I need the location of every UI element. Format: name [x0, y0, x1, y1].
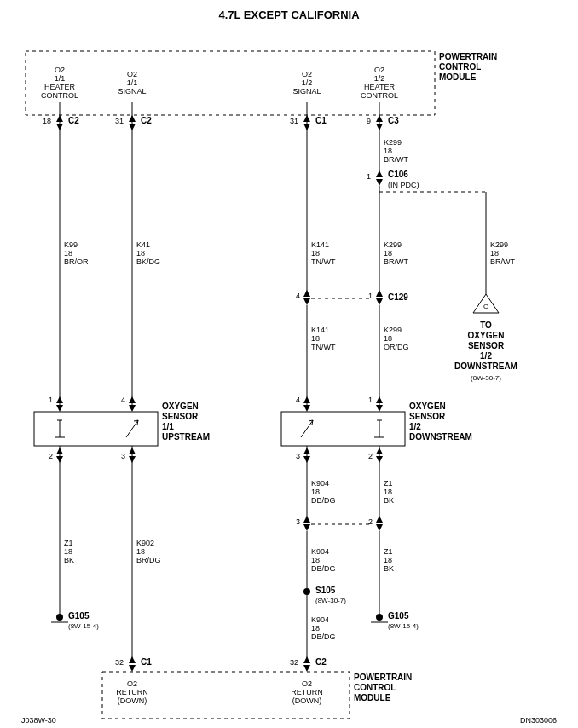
- svg-text:1: 1: [368, 292, 373, 300]
- svg-text:1/2: 1/2: [480, 351, 492, 361]
- wire-col3c-color: DB/DG: [311, 496, 336, 505]
- svg-marker-79: [303, 516, 310, 523]
- svg-text:32: 32: [290, 658, 298, 667]
- svg-marker-50: [129, 396, 136, 403]
- svg-text:SIGNAL: SIGNAL: [292, 87, 321, 95]
- svg-text:1/2: 1/2: [409, 422, 421, 431]
- svg-text:C1: C1: [141, 657, 152, 667]
- sensor-right-label: OXYGEN SENSOR 1/2 DOWNSTREAM: [409, 402, 472, 442]
- wire-col5-gauge: 18: [490, 249, 499, 257]
- svg-text:HEATER: HEATER: [364, 83, 395, 91]
- wire-col4a-color: BR/WT: [384, 155, 408, 164]
- pcm-top-label-2: CONTROL: [439, 62, 481, 72]
- pin-col2-bot: 3: [121, 452, 125, 460]
- svg-text:32: 32: [115, 658, 124, 667]
- wire-col3e-color: DB/DG: [311, 633, 336, 641]
- wire-col3-gauge: 18: [311, 249, 320, 257]
- svg-text:31: 31: [115, 117, 124, 125]
- wire-col4b-id: K299: [384, 240, 402, 249]
- svg-text:1/1: 1/1: [162, 422, 174, 431]
- svg-marker-41: [303, 290, 310, 297]
- svg-text:TO: TO: [480, 321, 492, 330]
- svg-text:UPSTREAM: UPSTREAM: [162, 432, 210, 442]
- svg-text:3: 3: [296, 517, 300, 526]
- svg-text:18: 18: [43, 117, 51, 125]
- wire-col1-gauge: 18: [64, 249, 72, 257]
- splice-s105-ref: (8W-30-7): [315, 597, 346, 604]
- svg-text:(DOWN): (DOWN): [292, 696, 322, 705]
- wire-col4e-id: Z1: [384, 547, 393, 556]
- wire-col4b-gauge: 18: [384, 249, 392, 257]
- svg-marker-83: [376, 516, 383, 523]
- wire-col3c-id: K904: [311, 479, 329, 488]
- svg-marker-84: [376, 524, 383, 531]
- svg-text:C3: C3: [388, 116, 399, 125]
- svg-text:1/2: 1/2: [374, 74, 385, 83]
- wire-col1-id: K99: [64, 240, 78, 249]
- wire-col3c-gauge: 18: [311, 488, 320, 496]
- svg-text:O2: O2: [55, 66, 65, 74]
- svg-text:SIGNAL: SIGNAL: [118, 87, 146, 95]
- conn-bot-col2: 32 C1: [115, 656, 152, 672]
- svg-marker-93: [303, 665, 310, 672]
- svg-text:DOWNSTREAM: DOWNSTREAM: [409, 432, 472, 442]
- svg-marker-42: [303, 298, 310, 305]
- wire-col4b-color: BR/WT: [384, 257, 408, 266]
- svg-marker-49: [56, 405, 63, 412]
- svg-text:1/1: 1/1: [127, 78, 138, 87]
- svg-text:C106: C106: [388, 170, 408, 179]
- svg-text:(DOWN): (DOWN): [118, 696, 147, 705]
- sensor-left-label: OXYGEN SENSOR 1/1 UPSTREAM: [162, 402, 210, 442]
- pin-col4-bot: 2: [368, 452, 373, 460]
- conn-col3: 31 C1: [290, 115, 327, 130]
- wire-col2-color: BK/DG: [136, 257, 160, 266]
- svg-text:C1: C1: [315, 116, 327, 125]
- svg-text:DOWNSTREAM: DOWNSTREAM: [454, 361, 517, 371]
- svg-text:4: 4: [296, 292, 300, 300]
- svg-marker-88: [129, 656, 136, 663]
- wire-col1b-id: Z1: [64, 539, 73, 547]
- conn-col2: 31 C2: [115, 115, 152, 130]
- wire-col3e-gauge: 18: [311, 624, 320, 633]
- svg-marker-46: [376, 298, 383, 305]
- wire-col3b-gauge: 18: [311, 334, 320, 343]
- svg-text:CONTROL: CONTROL: [361, 91, 398, 100]
- splice-s105-dot: [303, 588, 310, 595]
- svg-marker-48: [56, 396, 63, 403]
- wire-col4d-gauge: 18: [384, 488, 392, 496]
- svg-text:O2: O2: [302, 70, 312, 78]
- svg-text:SENSOR: SENSOR: [162, 412, 199, 421]
- splice-s105: S105: [315, 586, 336, 595]
- ground-left-dot: [56, 614, 63, 621]
- pin-col1-top: 1: [49, 396, 53, 404]
- svg-marker-92: [303, 656, 310, 663]
- svg-text:1/2: 1/2: [302, 78, 313, 87]
- svg-text:O2: O2: [127, 679, 137, 688]
- pcm-top-label-3: MODULE: [439, 72, 477, 82]
- svg-text:C2: C2: [68, 116, 79, 125]
- wire-col1-color: BR/OR: [64, 257, 89, 266]
- wire-col4e-gauge: 18: [384, 556, 392, 564]
- svg-text:C2: C2: [141, 116, 152, 125]
- wire-col4d-color: BK: [384, 496, 394, 505]
- footer-right: DN303006: [520, 716, 557, 725]
- svg-text:9: 9: [367, 117, 371, 125]
- arrow-c-label: C: [483, 303, 488, 310]
- svg-text:HEATER: HEATER: [44, 83, 75, 91]
- wire-col2b-id: K902: [136, 539, 154, 547]
- wire-col2b-gauge: 18: [136, 547, 145, 556]
- wire-col4a-gauge: 18: [384, 147, 392, 155]
- wire-col4d-id: Z1: [384, 479, 393, 488]
- splice-row: 3 2: [296, 516, 383, 531]
- conn-c129: 4 1 C129: [296, 290, 408, 305]
- footer-left: J038W-30: [21, 716, 56, 725]
- pcm-func-col1: O2 1/1 HEATER CONTROL: [41, 66, 78, 100]
- conn-col1: 18 C2: [43, 115, 79, 130]
- pin-col3-top: 4: [296, 396, 300, 404]
- svg-text:1/1: 1/1: [55, 74, 66, 83]
- svg-text:SENSOR: SENSOR: [468, 341, 505, 350]
- svg-text:SENSOR: SENSOR: [409, 412, 446, 421]
- ground-right-dot: [376, 614, 383, 621]
- wire-col2-id: K41: [136, 240, 150, 249]
- svg-text:O2: O2: [127, 70, 137, 78]
